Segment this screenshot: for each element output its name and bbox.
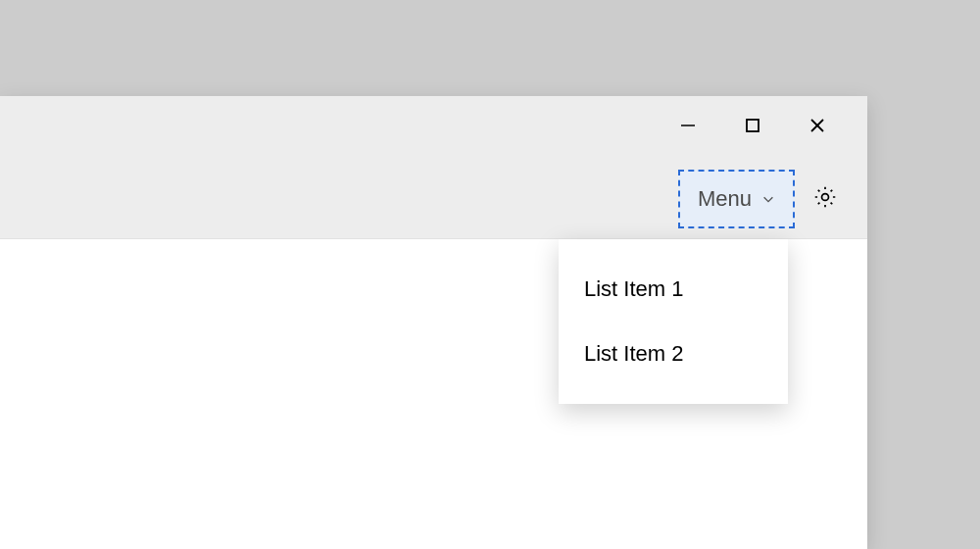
list-item[interactable]: List Item 1 — [559, 257, 788, 322]
titlebar — [0, 96, 867, 159]
menu-button[interactable]: Menu — [678, 170, 795, 228]
svg-rect-1 — [747, 120, 759, 131]
menu-button-label: Menu — [698, 186, 752, 212]
svg-point-4 — [822, 193, 829, 200]
gear-icon — [812, 184, 838, 214]
chevron-down-icon — [761, 192, 775, 206]
content-area: List Item 1 List Item 2 — [0, 239, 867, 549]
minimize-button[interactable] — [656, 96, 720, 159]
minimize-icon — [680, 118, 696, 137]
list-item[interactable]: List Item 2 — [559, 322, 788, 386]
menu-dropdown: List Item 1 List Item 2 — [559, 239, 788, 404]
close-icon — [809, 118, 825, 137]
list-item-label: List Item 2 — [584, 341, 683, 366]
settings-button[interactable] — [801, 175, 850, 224]
app-window: Menu List Item 1 List Item 2 — [0, 96, 867, 549]
maximize-icon — [745, 118, 760, 137]
maximize-button[interactable] — [720, 96, 785, 159]
toolbar: Menu — [0, 159, 867, 239]
close-button[interactable] — [785, 96, 850, 159]
list-item-label: List Item 1 — [584, 276, 683, 301]
